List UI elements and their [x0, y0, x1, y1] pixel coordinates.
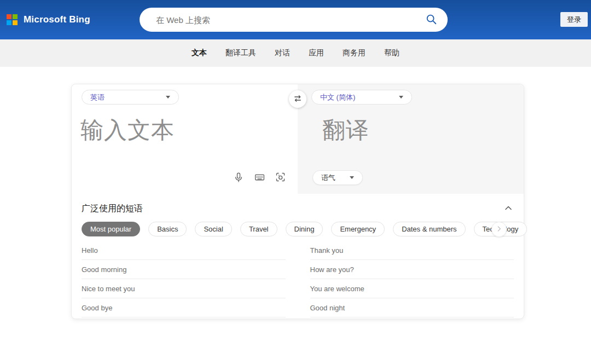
chevron-up-icon: [504, 204, 513, 214]
chevron-down-icon: [350, 176, 354, 179]
phrase-item[interactable]: Good morning: [82, 260, 286, 279]
phrase-column-left: Hello Good morning Nice to meet you Good…: [82, 241, 286, 317]
nav-item-tools[interactable]: 翻译工具: [225, 48, 256, 58]
translator-nav: 文本 翻译工具 对话 应用 商务用 帮助: [0, 39, 591, 67]
category-chip-most-popular[interactable]: Most popular: [82, 222, 140, 236]
image-scan-icon: [275, 171, 286, 184]
phrase-item[interactable]: Hello: [82, 241, 286, 260]
sign-in-button[interactable]: 登录: [560, 12, 588, 27]
category-chip-emergency[interactable]: Emergency: [331, 222, 385, 236]
top-header: Microsoft Bing 登录: [0, 0, 591, 39]
translator-panels: 英语 输入文本: [72, 84, 524, 194]
swap-icon: [293, 94, 303, 105]
phrase-item[interactable]: Good night: [310, 298, 514, 317]
phrases-section: 广泛使用的短语 Most popular Basics Social Trave…: [72, 194, 524, 317]
input-tools: [233, 172, 286, 184]
phrase-item[interactable]: You are welcome: [310, 279, 514, 298]
nav-item-text[interactable]: 文本: [192, 48, 207, 58]
microsoft-logo-icon: [7, 14, 18, 25]
output-placeholder: 翻译: [322, 115, 369, 146]
microphone-button[interactable]: [233, 172, 245, 184]
nav-item-business[interactable]: 商务用: [343, 48, 366, 58]
phrases-title: 广泛使用的短语: [82, 203, 143, 215]
phrase-item[interactable]: Nice to meet you: [82, 279, 286, 298]
input-placeholder: 输入文本: [80, 115, 175, 146]
phrase-item[interactable]: Good bye: [82, 298, 286, 317]
collapse-phrases-button[interactable]: [503, 203, 514, 215]
keyboard-icon: [254, 171, 265, 184]
nav-item-apps[interactable]: 应用: [309, 48, 324, 58]
translator-card: 英语 输入文本: [71, 84, 524, 319]
source-language-label: 英语: [90, 93, 105, 102]
phrases-header: 广泛使用的短语: [82, 203, 514, 215]
target-language-label: 中文 (简体): [320, 93, 355, 102]
swap-languages-button[interactable]: [289, 90, 306, 108]
phrase-column-right: Thank you How are you? You are welcome G…: [310, 241, 514, 317]
image-translate-button[interactable]: [274, 172, 286, 184]
tone-label: 语气: [321, 173, 335, 183]
chevron-down-icon: [399, 96, 403, 99]
web-search-box[interactable]: [140, 8, 448, 32]
phrase-item[interactable]: Thank you: [310, 241, 514, 260]
source-pane[interactable]: 英语 输入文本: [72, 84, 298, 194]
phrase-list: Hello Good morning Nice to meet you Good…: [82, 241, 514, 317]
category-chip-social[interactable]: Social: [195, 222, 231, 236]
search-icon: [425, 13, 437, 27]
category-chip-travel[interactable]: Travel: [240, 222, 277, 236]
chevron-down-icon: [166, 96, 170, 99]
chevron-right-icon: [495, 225, 503, 234]
phrase-item[interactable]: How are you?: [310, 260, 514, 279]
brand[interactable]: Microsoft Bing: [7, 14, 90, 25]
phrase-categories: Most popular Basics Social Travel Dining…: [82, 222, 514, 236]
target-pane: 中文 (简体) 翻译 语气: [298, 84, 524, 194]
search-input[interactable]: [140, 15, 419, 25]
category-chip-dining[interactable]: Dining: [286, 222, 323, 236]
target-language-selector[interactable]: 中文 (简体): [311, 90, 412, 105]
source-language-selector[interactable]: 英语: [82, 90, 179, 105]
categories-next-button[interactable]: [491, 222, 507, 237]
microphone-icon: [233, 172, 244, 184]
keyboard-button[interactable]: [253, 172, 265, 184]
category-chip-basics[interactable]: Basics: [148, 222, 187, 236]
brand-name: Microsoft Bing: [24, 14, 90, 25]
nav-item-conversation[interactable]: 对话: [275, 48, 290, 58]
search-button[interactable]: [419, 8, 443, 32]
tone-selector[interactable]: 语气: [312, 170, 363, 185]
nav-item-help[interactable]: 帮助: [384, 48, 399, 58]
category-chip-dates-numbers[interactable]: Dates & numbers: [393, 222, 465, 236]
